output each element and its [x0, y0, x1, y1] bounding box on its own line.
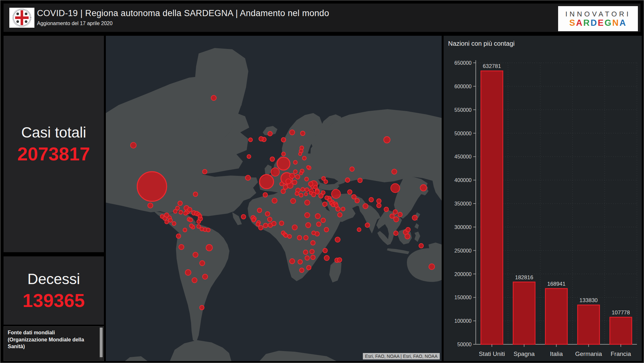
map-marker[interactable]	[347, 190, 352, 194]
map-marker[interactable]	[304, 235, 308, 240]
map-marker[interactable]	[257, 208, 262, 213]
map-marker[interactable]	[169, 218, 172, 222]
map-marker[interactable]	[286, 179, 291, 184]
map-marker[interactable]	[384, 137, 390, 143]
map-marker[interactable]	[185, 270, 191, 275]
map-marker[interactable]	[358, 178, 362, 183]
map-marker[interactable]	[406, 227, 410, 232]
map-marker[interactable]	[307, 166, 310, 169]
map-marker[interactable]	[305, 200, 310, 205]
map-marker[interactable]	[148, 203, 153, 208]
map-marker[interactable]	[420, 185, 427, 191]
map-marker[interactable]	[281, 189, 285, 194]
map-marker[interactable]	[315, 214, 320, 219]
map-marker[interactable]	[268, 131, 272, 136]
map-marker[interactable]	[193, 252, 198, 257]
map-marker[interactable]	[272, 221, 276, 226]
map-marker[interactable]	[355, 198, 359, 203]
map-marker[interactable]	[324, 227, 329, 232]
scrollbar-thumb[interactable]	[100, 328, 103, 357]
map-marker[interactable]	[335, 204, 338, 207]
map-marker[interactable]	[200, 305, 204, 310]
map-marker[interactable]	[271, 168, 280, 176]
map-marker[interactable]	[311, 241, 315, 245]
map-marker[interactable]	[281, 152, 285, 156]
map-marker[interactable]	[369, 197, 373, 202]
map-marker[interactable]	[288, 234, 291, 238]
map-marker[interactable]	[310, 249, 314, 254]
map-marker[interactable]	[301, 187, 305, 191]
map-marker[interactable]	[279, 221, 284, 225]
map-marker[interactable]	[337, 258, 342, 262]
map-marker[interactable]	[268, 217, 272, 222]
map-marker[interactable]	[197, 224, 201, 228]
map-marker[interactable]	[384, 207, 389, 212]
map-marker[interactable]	[281, 138, 286, 142]
map-marker[interactable]	[189, 218, 193, 222]
map-marker[interactable]	[203, 169, 207, 174]
map-marker[interactable]	[429, 264, 435, 270]
map-marker[interactable]	[298, 260, 302, 264]
map-marker[interactable]	[283, 185, 288, 189]
map-marker[interactable]	[394, 231, 398, 235]
map-marker[interactable]	[299, 172, 303, 175]
map-marker[interactable]	[390, 214, 394, 218]
map-marker[interactable]	[305, 177, 308, 181]
map-marker[interactable]	[277, 157, 290, 170]
map-marker[interactable]	[352, 195, 356, 199]
map-marker[interactable]	[249, 138, 253, 142]
map-marker[interactable]	[305, 213, 310, 218]
map-marker[interactable]	[405, 234, 410, 239]
map-marker[interactable]	[324, 180, 328, 184]
map-marker[interactable]	[332, 189, 341, 198]
map-marker[interactable]	[302, 156, 306, 160]
map-marker[interactable]	[206, 244, 213, 251]
map-marker[interactable]	[394, 217, 399, 222]
map-marker[interactable]	[299, 193, 303, 197]
data-source-panel[interactable]: Fonte dati mondiali (Organizzazione Mond…	[4, 326, 104, 361]
map-attribution[interactable]: Esri, FAO, NOAA | Esri, FAO, NOAA	[363, 353, 440, 359]
map-marker[interactable]	[314, 185, 317, 189]
map-marker[interactable]	[203, 274, 208, 279]
map-marker[interactable]	[179, 244, 184, 250]
map-marker[interactable]	[241, 215, 246, 219]
map-marker[interactable]	[280, 182, 283, 186]
map-marker[interactable]	[391, 184, 400, 193]
map-marker[interactable]	[393, 210, 398, 214]
map-marker[interactable]	[200, 261, 205, 266]
map-marker[interactable]	[293, 160, 297, 164]
map-marker[interactable]	[299, 152, 302, 156]
map-marker[interactable]	[335, 237, 340, 242]
map-marker[interactable]	[300, 131, 305, 136]
map-marker[interactable]	[284, 234, 288, 237]
map-marker[interactable]	[270, 157, 275, 161]
map-marker[interactable]	[263, 193, 268, 197]
map-marker[interactable]	[303, 250, 308, 254]
map-marker[interactable]	[293, 170, 297, 174]
map-marker[interactable]	[263, 223, 268, 228]
map-marker[interactable]	[305, 188, 309, 192]
map-marker[interactable]	[256, 222, 260, 226]
map-marker[interactable]	[299, 268, 304, 272]
map-marker[interactable]	[377, 199, 381, 203]
map-marker[interactable]	[197, 220, 201, 224]
map-marker[interactable]	[188, 207, 192, 212]
scrollbar[interactable]	[100, 328, 103, 360]
map-marker[interactable]	[323, 202, 327, 206]
map-marker[interactable]	[292, 225, 297, 230]
map-marker[interactable]	[324, 255, 329, 261]
map-marker[interactable]	[184, 211, 188, 215]
map-marker[interactable]	[419, 244, 423, 248]
map-marker[interactable]	[176, 234, 181, 238]
map-marker[interactable]	[178, 201, 182, 205]
map-marker[interactable]	[412, 215, 417, 220]
map-marker[interactable]	[189, 224, 193, 228]
map-marker[interactable]	[165, 220, 169, 224]
map-marker[interactable]	[305, 256, 309, 260]
map-marker[interactable]	[245, 175, 251, 180]
map-marker[interactable]	[377, 203, 381, 208]
map-marker[interactable]	[173, 209, 177, 213]
map-marker[interactable]	[312, 231, 316, 235]
map-marker[interactable]	[365, 223, 370, 227]
map-marker[interactable]	[307, 265, 311, 270]
